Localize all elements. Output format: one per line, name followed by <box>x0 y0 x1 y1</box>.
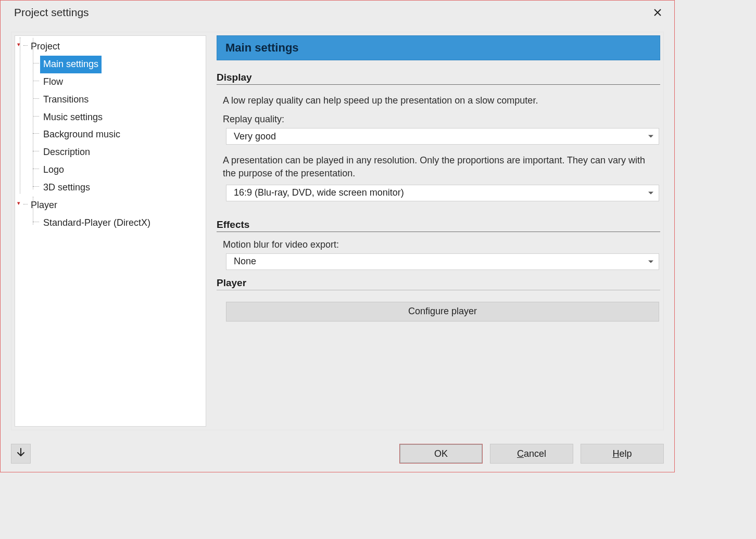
display-intro-text: A low replay quality can help speed up t… <box>217 94 660 107</box>
dialog-footer: OK Cancel Help <box>1 435 674 472</box>
collapse-icon[interactable]: ▾ <box>17 200 24 207</box>
aspect-ratio-select[interactable]: 16:9 (Blu-ray, DVD, wide screen monitor) <box>226 185 659 201</box>
page-title: Main settings <box>217 35 660 60</box>
tree-item-3d-settings[interactable]: 3D settings <box>40 179 93 197</box>
motion-blur-select[interactable]: None <box>226 253 659 270</box>
section-display: Display <box>217 72 660 85</box>
settings-content: Main settings Display A low replay quali… <box>217 35 660 427</box>
motion-blur-value: None <box>234 256 256 267</box>
configure-player-label: Configure player <box>408 306 477 317</box>
tree-item-transitions[interactable]: Transitions <box>40 91 92 109</box>
tree-item-background-music[interactable]: Background music <box>40 126 123 144</box>
aspect-ratio-value: 16:9 (Blu-ray, DVD, wide screen monitor) <box>234 187 404 198</box>
collapse-icon[interactable]: ▾ <box>17 41 24 48</box>
help-button[interactable]: Help <box>581 444 664 464</box>
dialog-body: ▾ Project Main settings Flow Transitions… <box>11 32 664 430</box>
configure-player-button[interactable]: Configure player <box>226 302 659 322</box>
replay-quality-value: Very good <box>234 131 276 142</box>
tree-node-player[interactable]: ▾ Player Standard-Player (DirectX) <box>15 197 206 232</box>
download-button[interactable] <box>11 444 31 464</box>
chevron-down-icon <box>648 191 653 194</box>
ok-button[interactable]: OK <box>399 444 483 464</box>
tree-item-flow[interactable]: Flow <box>40 73 66 91</box>
chevron-down-icon <box>648 260 653 263</box>
window-title: Project settings <box>14 6 650 19</box>
replay-quality-select[interactable]: Very good <box>226 128 659 145</box>
section-player: Player <box>217 277 660 290</box>
cancel-label: Cancel <box>517 448 546 459</box>
tree-node-project[interactable]: ▾ Project Main settings Flow Transitions… <box>15 38 206 197</box>
tree-item-main-settings[interactable]: Main settings <box>40 56 102 73</box>
close-icon[interactable] <box>650 5 665 20</box>
tree-item-standard-player[interactable]: Standard-Player (DirectX) <box>40 214 154 232</box>
tree-item-description[interactable]: Description <box>40 144 93 161</box>
tree-label-player[interactable]: Player <box>28 197 60 214</box>
cancel-button[interactable]: Cancel <box>490 444 573 464</box>
help-label: Help <box>612 448 632 459</box>
chevron-down-icon <box>648 135 653 138</box>
tree-item-music-settings[interactable]: Music settings <box>40 109 106 126</box>
tree-label-project[interactable]: Project <box>28 38 63 56</box>
replay-quality-label: Replay quality: <box>217 114 660 125</box>
tree-item-logo[interactable]: Logo <box>40 161 67 179</box>
motion-blur-label: Motion blur for video export: <box>217 239 660 250</box>
titlebar: Project settings <box>1 1 674 24</box>
project-settings-dialog: Project settings ▾ Project Main settings… <box>0 0 675 472</box>
settings-tree: ▾ Project Main settings Flow Transitions… <box>15 35 206 427</box>
ok-label: OK <box>434 448 448 459</box>
section-effects: Effects <box>217 219 660 232</box>
aspect-intro-text: A presentation can be played in any reso… <box>217 154 660 179</box>
arrow-down-icon <box>17 448 25 460</box>
